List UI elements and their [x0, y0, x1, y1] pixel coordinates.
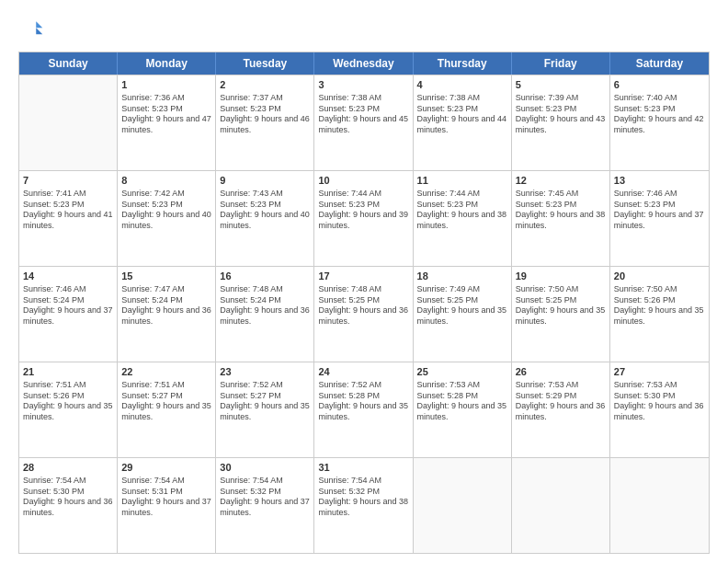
- calendar-cell: 19Sunrise: 7:50 AMSunset: 5:25 PMDayligh…: [512, 267, 610, 362]
- calendar-cell: [19, 75, 118, 170]
- calendar-row-3: 14Sunrise: 7:46 AMSunset: 5:24 PMDayligh…: [19, 266, 709, 362]
- calendar-cell: 6Sunrise: 7:40 AMSunset: 5:23 PMDaylight…: [610, 75, 709, 170]
- day-number: 18: [417, 270, 507, 283]
- calendar-cell: 24Sunrise: 7:52 AMSunset: 5:28 PMDayligh…: [314, 362, 413, 457]
- day-number: 26: [516, 365, 606, 379]
- calendar-cell: 2Sunrise: 7:37 AMSunset: 5:23 PMDaylight…: [216, 75, 314, 170]
- calendar-cell: 3Sunrise: 7:38 AMSunset: 5:23 PMDaylight…: [314, 75, 413, 170]
- cell-info: Sunrise: 7:52 AMSunset: 5:27 PMDaylight:…: [220, 380, 310, 423]
- calendar-cell: 9Sunrise: 7:43 AMSunset: 5:23 PMDaylight…: [216, 171, 314, 266]
- calendar-cell: 4Sunrise: 7:38 AMSunset: 5:23 PMDaylight…: [414, 75, 512, 170]
- calendar-cell: 16Sunrise: 7:48 AMSunset: 5:24 PMDayligh…: [216, 267, 314, 362]
- day-number: 10: [318, 174, 408, 188]
- cell-info: Sunrise: 7:54 AMSunset: 5:32 PMDaylight:…: [220, 476, 310, 519]
- cell-info: Sunrise: 7:48 AMSunset: 5:24 PMDaylight:…: [220, 284, 310, 327]
- day-number: 11: [417, 174, 507, 188]
- cell-info: Sunrise: 7:37 AMSunset: 5:23 PMDaylight:…: [220, 93, 310, 136]
- day-number: 25: [417, 365, 507, 379]
- calendar-cell: 21Sunrise: 7:51 AMSunset: 5:26 PMDayligh…: [19, 362, 118, 457]
- calendar-cell: 18Sunrise: 7:49 AMSunset: 5:25 PMDayligh…: [414, 267, 512, 362]
- cell-info: Sunrise: 7:43 AMSunset: 5:23 PMDaylight:…: [220, 189, 310, 232]
- day-number: 20: [614, 270, 705, 283]
- cell-info: Sunrise: 7:50 AMSunset: 5:25 PMDaylight:…: [516, 284, 606, 327]
- calendar-cell: 14Sunrise: 7:46 AMSunset: 5:24 PMDayligh…: [19, 267, 118, 362]
- day-number: 14: [23, 270, 113, 283]
- calendar-cell: 1Sunrise: 7:36 AMSunset: 5:23 PMDaylight…: [118, 75, 216, 170]
- cell-info: Sunrise: 7:45 AMSunset: 5:23 PMDaylight:…: [516, 189, 606, 232]
- cell-info: Sunrise: 7:49 AMSunset: 5:25 PMDaylight:…: [417, 284, 507, 327]
- cell-info: Sunrise: 7:54 AMSunset: 5:31 PMDaylight:…: [121, 476, 211, 519]
- cell-info: Sunrise: 7:44 AMSunset: 5:23 PMDaylight:…: [417, 189, 507, 232]
- day-number: 29: [121, 461, 211, 475]
- day-number: 17: [318, 270, 408, 283]
- cell-info: Sunrise: 7:36 AMSunset: 5:23 PMDaylight:…: [121, 93, 211, 136]
- calendar-cell: [512, 458, 610, 553]
- calendar-cell: 12Sunrise: 7:45 AMSunset: 5:23 PMDayligh…: [512, 171, 610, 266]
- calendar-header: SundayMondayTuesdayWednesdayThursdayFrid…: [19, 52, 709, 75]
- day-number: 16: [220, 270, 310, 283]
- cell-info: Sunrise: 7:40 AMSunset: 5:23 PMDaylight:…: [614, 93, 705, 136]
- day-number: 7: [23, 174, 113, 188]
- cell-info: Sunrise: 7:44 AMSunset: 5:23 PMDaylight:…: [318, 189, 408, 232]
- calendar-grid: SundayMondayTuesdayWednesdayThursdayFrid…: [18, 52, 710, 554]
- cell-info: Sunrise: 7:48 AMSunset: 5:25 PMDaylight:…: [318, 284, 408, 327]
- header-cell-friday: Friday: [512, 52, 610, 75]
- day-number: 2: [220, 78, 310, 92]
- svg-marker-1: [36, 28, 42, 34]
- cell-info: Sunrise: 7:54 AMSunset: 5:32 PMDaylight:…: [318, 476, 408, 519]
- calendar-cell: 17Sunrise: 7:48 AMSunset: 5:25 PMDayligh…: [314, 267, 413, 362]
- day-number: 22: [121, 365, 211, 379]
- day-number: 12: [516, 174, 606, 188]
- header-cell-wednesday: Wednesday: [314, 52, 413, 75]
- calendar-cell: 28Sunrise: 7:54 AMSunset: 5:30 PMDayligh…: [19, 458, 118, 553]
- cell-info: Sunrise: 7:47 AMSunset: 5:24 PMDaylight:…: [121, 284, 211, 327]
- day-number: 31: [318, 461, 408, 475]
- cell-info: Sunrise: 7:53 AMSunset: 5:28 PMDaylight:…: [417, 380, 507, 423]
- calendar-cell: 22Sunrise: 7:51 AMSunset: 5:27 PMDayligh…: [118, 362, 216, 457]
- cell-info: Sunrise: 7:38 AMSunset: 5:23 PMDaylight:…: [417, 93, 507, 136]
- logo-icon: [18, 17, 44, 42]
- calendar-cell: 10Sunrise: 7:44 AMSunset: 5:23 PMDayligh…: [314, 171, 413, 266]
- cell-info: Sunrise: 7:53 AMSunset: 5:30 PMDaylight:…: [614, 380, 705, 423]
- calendar-row-4: 21Sunrise: 7:51 AMSunset: 5:26 PMDayligh…: [19, 362, 709, 457]
- day-number: 28: [23, 461, 113, 475]
- calendar-cell: 23Sunrise: 7:52 AMSunset: 5:27 PMDayligh…: [216, 362, 314, 457]
- day-number: 6: [614, 78, 705, 92]
- cell-info: Sunrise: 7:46 AMSunset: 5:23 PMDaylight:…: [614, 189, 705, 232]
- calendar-cell: [414, 458, 512, 553]
- day-number: 30: [220, 461, 310, 475]
- cell-info: Sunrise: 7:42 AMSunset: 5:23 PMDaylight:…: [121, 189, 211, 232]
- calendar-cell: [610, 458, 709, 553]
- calendar-cell: 25Sunrise: 7:53 AMSunset: 5:28 PMDayligh…: [414, 362, 512, 457]
- cell-info: Sunrise: 7:54 AMSunset: 5:30 PMDaylight:…: [23, 476, 113, 519]
- day-number: 23: [220, 365, 310, 379]
- calendar-cell: 11Sunrise: 7:44 AMSunset: 5:23 PMDayligh…: [414, 171, 512, 266]
- calendar-cell: 26Sunrise: 7:53 AMSunset: 5:29 PMDayligh…: [512, 362, 610, 457]
- calendar-cell: 20Sunrise: 7:50 AMSunset: 5:26 PMDayligh…: [610, 267, 709, 362]
- day-number: 3: [318, 78, 408, 92]
- day-number: 1: [121, 78, 211, 92]
- day-number: 21: [23, 365, 113, 379]
- cell-info: Sunrise: 7:41 AMSunset: 5:23 PMDaylight:…: [23, 189, 113, 232]
- header-cell-saturday: Saturday: [610, 52, 709, 75]
- calendar-cell: 13Sunrise: 7:46 AMSunset: 5:23 PMDayligh…: [610, 171, 709, 266]
- day-number: 27: [614, 365, 705, 379]
- calendar-page: SundayMondayTuesdayWednesdayThursdayFrid…: [0, 0, 728, 563]
- calendar-cell: 29Sunrise: 7:54 AMSunset: 5:31 PMDayligh…: [118, 458, 216, 553]
- calendar-cell: 7Sunrise: 7:41 AMSunset: 5:23 PMDaylight…: [19, 171, 118, 266]
- header-cell-monday: Monday: [118, 52, 216, 75]
- page-header: [18, 17, 710, 42]
- calendar-cell: 15Sunrise: 7:47 AMSunset: 5:24 PMDayligh…: [118, 267, 216, 362]
- day-number: 5: [516, 78, 606, 92]
- calendar-cell: 27Sunrise: 7:53 AMSunset: 5:30 PMDayligh…: [610, 362, 709, 457]
- cell-info: Sunrise: 7:51 AMSunset: 5:26 PMDaylight:…: [23, 380, 113, 423]
- svg-marker-0: [36, 21, 42, 28]
- day-number: 19: [516, 270, 606, 283]
- calendar-cell: 31Sunrise: 7:54 AMSunset: 5:32 PMDayligh…: [314, 458, 413, 553]
- day-number: 8: [121, 174, 211, 188]
- cell-info: Sunrise: 7:50 AMSunset: 5:26 PMDaylight:…: [614, 284, 705, 327]
- cell-info: Sunrise: 7:52 AMSunset: 5:28 PMDaylight:…: [318, 380, 408, 423]
- cell-info: Sunrise: 7:38 AMSunset: 5:23 PMDaylight:…: [318, 93, 408, 136]
- calendar-cell: 30Sunrise: 7:54 AMSunset: 5:32 PMDayligh…: [216, 458, 314, 553]
- day-number: 24: [318, 365, 408, 379]
